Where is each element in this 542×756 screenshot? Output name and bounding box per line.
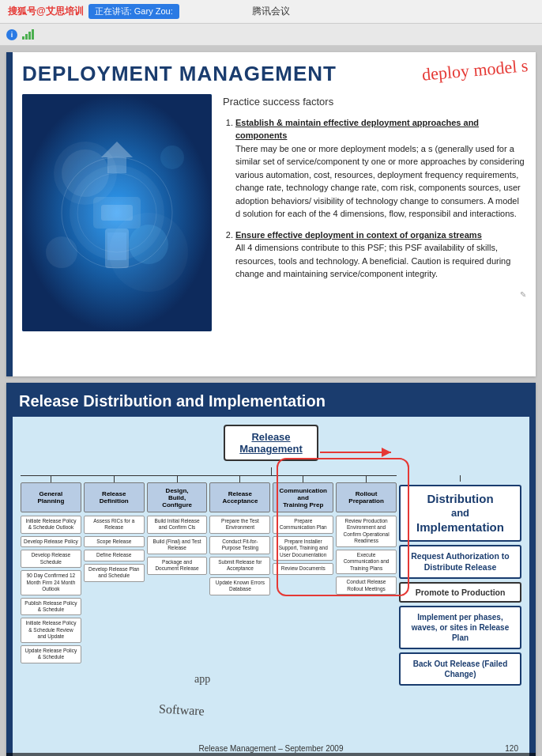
svg-point-2 xyxy=(77,173,156,252)
meeting-label: 腾讯会议 xyxy=(252,5,290,18)
vert-line-right xyxy=(460,475,461,482)
svg-marker-9 xyxy=(101,142,133,157)
gp-item3: Develop Release Schedule xyxy=(21,550,81,568)
promote-box: Promote to Production xyxy=(399,582,521,603)
rd-item3: Define Release xyxy=(84,550,145,561)
top-bar: 搜狐号@艾思培训 正在讲话: Gary Zou: 腾讯会议 xyxy=(0,0,542,24)
item1-text: There may be one or more deployment mode… xyxy=(235,144,525,219)
db-item3: Package and Document Release xyxy=(147,557,208,575)
info-icon: i xyxy=(6,29,17,40)
rd-item1: Assess RICs for a Release xyxy=(84,516,145,534)
col-items-design-build: Build Initial Release and Confirm Cls Bu… xyxy=(147,516,208,575)
col-release-definition: ReleaseDefinition Assess RICs for a Rele… xyxy=(84,476,145,663)
cols-row: GeneralPlanning Initiate Release Policy … xyxy=(21,476,397,663)
svg-rect-0 xyxy=(22,94,212,331)
slide1-footnote: ✎ xyxy=(223,289,526,301)
implement-label: Implement per phases, waves, or sites in… xyxy=(412,613,509,642)
right-panel: Distribution and Implementation Request … xyxy=(399,475,521,686)
ct-item3: Review Documents xyxy=(273,563,333,574)
item2-text: All 4 dimensions contribute to this PSF;… xyxy=(235,243,510,278)
ra-item2: Conduct Fit-for-Purpose Testing xyxy=(209,536,270,554)
vert-line-3 xyxy=(177,476,178,482)
gp-item2: Develop Release Policy xyxy=(21,536,81,547)
svg-rect-5 xyxy=(93,197,141,229)
gp-item4: 90 Day Confirmed 12 Month Firm 24 Month … xyxy=(21,570,81,595)
slide1-item2: Ensure effective deployment in context o… xyxy=(235,229,526,281)
col-general-planning: GeneralPlanning Initiate Release Policy … xyxy=(21,476,81,663)
svg-rect-6 xyxy=(101,205,133,221)
vert-line-2 xyxy=(114,476,115,482)
rp-item2: Execute Communication and Training Plans xyxy=(336,550,397,574)
slide1-item1: Establish & maintain effective deploymen… xyxy=(235,116,526,221)
slide1-image xyxy=(22,94,212,331)
svg-rect-10 xyxy=(107,157,126,173)
slide2-release-distribution: Release Distribution and Implementation … xyxy=(6,383,536,756)
col-header-comm-training: CommunicationandTraining Prep xyxy=(273,482,333,512)
ra-item1: Prepare the Test Environment xyxy=(209,516,270,534)
rm-box-wrapper: Release Management xyxy=(21,425,521,461)
dist-line2: and xyxy=(451,507,469,519)
dist-line1: Distribution xyxy=(427,492,493,505)
backout-label: Back Out Release (Failed Change) xyxy=(413,660,508,679)
rm-line2: Management xyxy=(239,443,302,455)
db-item2: Build (Final) and Test Release xyxy=(147,536,208,554)
svg-point-4 xyxy=(129,225,168,264)
main-content: DEPLOYMENT MANAGEMENT xyxy=(0,46,542,756)
release-management-box: Release Management xyxy=(224,425,318,461)
col-items-release-acceptance: Prepare the Test Environment Conduct Fit… xyxy=(209,516,270,595)
col-header-rollout-prep: RolloutPreparation xyxy=(336,482,397,512)
svg-rect-11 xyxy=(105,229,129,268)
col-items-rollout-prep: Review Production Environment and Confir… xyxy=(336,516,397,595)
flow-main: GeneralPlanning Initiate Release Policy … xyxy=(21,475,521,686)
slide1-text-area: Practice success factors Establish & mai… xyxy=(223,94,526,331)
rp-item1: Review Production Environment and Confir… xyxy=(336,516,397,547)
svg-point-7 xyxy=(46,236,77,268)
col-header-general-planning: GeneralPlanning xyxy=(21,482,81,512)
auth-box: Request Authorization to Distribute Rele… xyxy=(399,545,521,579)
vert-line-1 xyxy=(51,476,51,482)
rd-item4: Develop Release Plan and Schedule xyxy=(84,564,145,582)
ct-item1: Prepare Communication Plan xyxy=(273,516,333,534)
slide2-page-number: 120 xyxy=(505,744,518,753)
slide2-title-bar: Release Distribution and Implementation xyxy=(6,383,536,417)
auth-label: Request Authorization to Distribute Rele… xyxy=(411,551,509,572)
col-design-build: Design,Build,Configure Build Initial Rel… xyxy=(147,476,208,663)
distribution-box: Distribution and Implementation xyxy=(399,485,521,542)
col-rollout-prep: RolloutPreparation Review Production Env… xyxy=(336,476,397,663)
second-bar: i xyxy=(0,24,542,46)
gp-item7: Update Release Policy & Schedule xyxy=(21,645,81,663)
connector-top xyxy=(271,467,272,475)
talking-badge: 正在讲话: Gary Zou: xyxy=(88,4,179,19)
slide2-title: Release Distribution and Implementation xyxy=(19,392,523,410)
gp-item1: Initiate Release Policy & Schedule Outlo… xyxy=(21,516,81,534)
item1-heading: Establish & maintain effective deploymen… xyxy=(235,118,479,141)
backout-box: Back Out Release (Failed Change) xyxy=(399,652,521,686)
slide2-footer: Release Management – September 2009 xyxy=(199,744,344,753)
svg-rect-12 xyxy=(107,232,126,260)
implement-box: Implement per phases, waves, or sites in… xyxy=(399,606,521,649)
practice-title: Practice success factors xyxy=(223,94,526,110)
col-items-comm-training: Prepare Communication Plan Prepare Insta… xyxy=(273,516,333,575)
rd-item2: Scope Release xyxy=(84,536,145,547)
svg-point-8 xyxy=(160,146,184,169)
vert-line-6 xyxy=(366,476,367,482)
slide2-diagram-area: Release Management GeneralPlanning xyxy=(13,417,529,756)
db-item1: Build Initial Release and Confirm Cls xyxy=(147,516,208,534)
svg-point-1 xyxy=(62,157,172,268)
handwriting-app: app xyxy=(194,673,210,686)
ct-item2: Prepare Installer Support, Training and … xyxy=(273,536,333,561)
vert-line-4 xyxy=(239,476,240,482)
gp-item6: Initiate Release Policy & Schedule Revie… xyxy=(21,618,81,642)
col-header-release-acceptance: ReleaseAcceptance xyxy=(209,482,270,512)
handwriting-software: Software xyxy=(159,702,205,719)
rm-line1: Release xyxy=(251,431,290,443)
svg-point-3 xyxy=(62,149,109,197)
top-bar-left: 搜狐号@艾思培训 正在讲话: Gary Zou: xyxy=(8,4,179,19)
promote-label: Promote to Production xyxy=(416,588,506,597)
col-items-release-definition: Assess RICs for a Release Scope Release … xyxy=(84,516,145,582)
left-columns: GeneralPlanning Initiate Release Policy … xyxy=(21,475,397,663)
col-release-acceptance: ReleaseAcceptance Prepare the Test Envir… xyxy=(209,476,270,663)
ra-item3: Submit Release for Acceptance xyxy=(209,557,270,575)
col-items-general-planning: Initiate Release Policy & Schedule Outlo… xyxy=(21,516,81,663)
share-bar: Zou的屏幕共享 xyxy=(6,753,536,756)
